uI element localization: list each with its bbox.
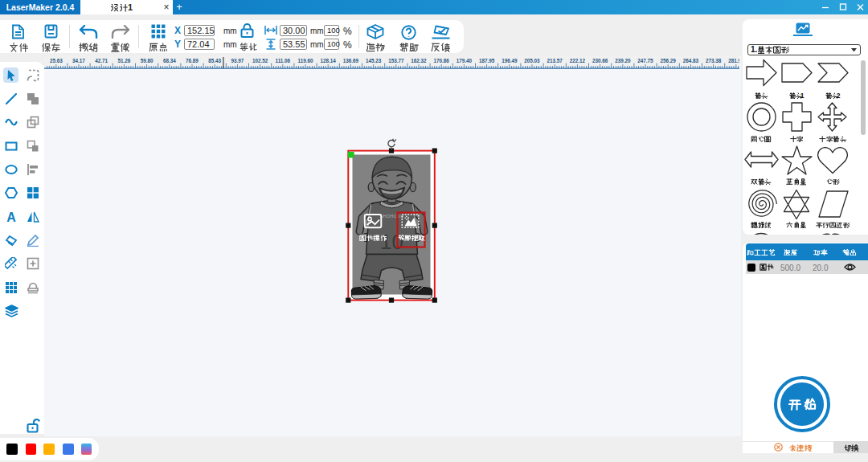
svg-text:205.03: 205.03 (524, 58, 540, 63)
svg-text:93.97: 93.97 (231, 58, 244, 63)
svg-text:68.34: 68.34 (163, 58, 176, 63)
svg-text:51.26: 51.26 (118, 58, 131, 63)
svg-text:111.06: 111.06 (276, 58, 291, 63)
svg-text:102.52: 102.52 (252, 58, 268, 63)
svg-text:119.60: 119.60 (298, 58, 313, 63)
svg-text:42.71: 42.71 (95, 58, 108, 63)
svg-text:187.95: 187.95 (479, 58, 495, 63)
svg-text:145.23: 145.23 (366, 58, 382, 63)
svg-text:SHOHOKU: SHOHOKU (380, 214, 404, 219)
svg-text:213.57: 213.57 (547, 58, 563, 63)
svg-text:222.12: 222.12 (570, 58, 586, 63)
svg-text:85.43: 85.43 (208, 58, 221, 63)
svg-text:170.86: 170.86 (434, 58, 450, 63)
svg-text:34.17: 34.17 (72, 58, 85, 63)
svg-text:153.77: 153.77 (388, 58, 404, 63)
svg-text:179.40: 179.40 (457, 58, 473, 63)
svg-text:230.66: 230.66 (592, 58, 608, 63)
svg-text:281.92: 281.92 (728, 58, 739, 63)
svg-text:264.83: 264.83 (683, 58, 699, 63)
svg-text:162.32: 162.32 (411, 58, 427, 63)
svg-text:59.80: 59.80 (141, 58, 154, 63)
svg-text:273.38: 273.38 (706, 58, 722, 63)
svg-text:25.63: 25.63 (50, 58, 63, 63)
svg-text:A: A (6, 211, 16, 223)
svg-text:196.49: 196.49 (502, 58, 518, 63)
svg-text:136.69: 136.69 (343, 58, 359, 63)
svg-text:256.29: 256.29 (661, 58, 677, 63)
svg-text:239.20: 239.20 (615, 58, 631, 63)
svg-text:128.14: 128.14 (321, 58, 337, 63)
svg-text:76.89: 76.89 (186, 58, 199, 63)
svg-text:247.75: 247.75 (637, 58, 653, 63)
